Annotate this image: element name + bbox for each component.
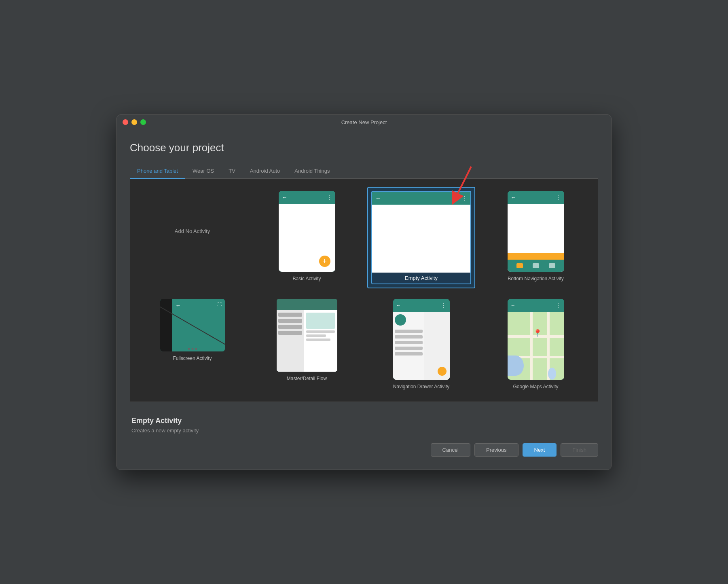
button-bar: Cancel Previous Next Finish <box>130 437 598 460</box>
tablet-content: ← ⛶ <box>172 299 225 351</box>
card-add-no-activity[interactable]: Add No Activity <box>138 187 246 276</box>
activity-grid: Add No Activity ← ⋮ + Basic Activity <box>130 179 598 402</box>
fs-expand-icon: ⛶ <box>218 302 222 307</box>
maps-dots-icon: ⋮ <box>556 303 561 308</box>
tab-bar: Phone and Tablet Wear OS TV Android Auto… <box>130 164 598 179</box>
md-item-1 <box>278 313 303 317</box>
nav-drawer-preview: ← ⋮ <box>393 299 450 380</box>
bottom-nav-header: ← ⋮ <box>508 191 564 204</box>
tab-phone-tablet[interactable]: Phone and Tablet <box>130 164 185 179</box>
nd-menu-1 <box>395 330 423 333</box>
basic-activity-preview: ← ⋮ + <box>279 191 335 272</box>
bn-dots-icon: ⋮ <box>556 195 561 200</box>
nd-main-area <box>424 312 450 380</box>
previous-button[interactable]: Previous <box>474 443 518 457</box>
md-header <box>277 299 337 310</box>
bn-back-icon: ← <box>511 194 516 201</box>
selected-activity-description: Creates a new empty activity <box>131 427 597 434</box>
bottom-nav-body <box>508 204 564 272</box>
next-button[interactable]: Next <box>523 443 557 457</box>
md-list <box>277 310 304 372</box>
tab-android-auto[interactable]: Android Auto <box>243 164 287 178</box>
selection-info: Empty Activity Creates a new empty activ… <box>130 410 598 437</box>
md-detail <box>304 310 337 372</box>
content-area: Choose your project Phone and Tablet Wea… <box>117 130 611 470</box>
nd-menu-4 <box>395 347 423 350</box>
map-water-1 <box>508 355 524 376</box>
back-icon: ← <box>282 194 288 201</box>
selected-activity-title: Empty Activity <box>131 417 597 425</box>
md-detail-line-3 <box>306 339 330 341</box>
menu-dots-icon: ⋮ <box>462 195 467 201</box>
nd-body <box>393 312 450 380</box>
empty-activity-wrapper: ← ⋮ Empty Activity <box>371 191 471 284</box>
card-master-detail[interactable]: Master/Detail Flow <box>253 295 361 394</box>
add-no-label: Add No Activity <box>175 228 210 234</box>
nav-item-3 <box>549 263 555 268</box>
nd-header: ← ⋮ <box>393 299 450 312</box>
basic-preview-body: + <box>279 204 335 272</box>
title-bar: Create New Project <box>117 115 611 130</box>
maps-body: 📍 <box>508 312 564 380</box>
empty-preview-header: ← ⋮ <box>372 192 470 205</box>
map-water-2 <box>548 368 556 380</box>
bottom-nav-bar <box>508 260 564 272</box>
tab-android-things[interactable]: Android Things <box>287 164 337 178</box>
empty-preview-body <box>372 205 470 273</box>
card-empty-activity[interactable]: ← ⋮ Empty Activity <box>367 187 475 288</box>
nd-dots-icon: ⋮ <box>441 303 447 308</box>
maps-preview: ← ⋮ 📍 <box>508 299 564 380</box>
maps-back-icon: ← <box>511 303 516 308</box>
basic-activity-label: Basic Activity <box>292 276 321 281</box>
back-arrow-icon: ← <box>375 195 381 201</box>
fs-back-icon: ← <box>176 302 181 309</box>
window-title: Create New Project <box>341 119 387 125</box>
md-item-2 <box>278 319 303 323</box>
nd-menu-2 <box>395 335 423 339</box>
nd-menu-5 <box>395 352 423 355</box>
bottom-nav-preview: ← ⋮ <box>508 191 564 272</box>
card-bottom-nav-activity[interactable]: ← ⋮ Bottom Navigation Activity <box>482 187 590 288</box>
nd-menu-3 <box>395 341 423 344</box>
cancel-button[interactable]: Cancel <box>431 443 470 457</box>
bottom-nav-label: Bottom Navigation Activity <box>508 276 564 281</box>
dots-icon: ⋮ <box>327 195 332 200</box>
md-detail-line-1 <box>306 330 335 333</box>
close-button[interactable] <box>123 119 128 125</box>
empty-preview-phone: ← ⋮ <box>372 192 470 273</box>
card-fullscreen-activity[interactable]: ← ⛶ Fullscreen Activity <box>138 295 246 394</box>
nd-fab-icon <box>438 367 447 376</box>
maps-header: ← ⋮ <box>508 299 564 312</box>
google-maps-label: Google Maps Activity <box>513 384 558 389</box>
tab-wear-os[interactable]: Wear OS <box>185 164 221 178</box>
map-road-v1 <box>530 312 533 380</box>
page-title: Choose your project <box>130 142 598 154</box>
card-nav-drawer[interactable]: ← ⋮ <box>367 295 475 394</box>
md-detail-line-2 <box>306 334 326 337</box>
empty-selected-bar: Empty Activity <box>372 273 470 284</box>
empty-activity-preview: ← ⋮ Empty Activity <box>371 191 471 284</box>
md-detail-block <box>306 313 335 329</box>
fullscreen-preview: ← ⛶ <box>160 299 225 351</box>
master-detail-preview <box>277 299 337 372</box>
main-window: Create New Project Choose your project P… <box>116 114 612 470</box>
basic-fab-icon: + <box>319 256 330 267</box>
map-pin-icon: 📍 <box>533 329 542 338</box>
traffic-lights <box>123 119 146 125</box>
finish-button[interactable]: Finish <box>561 443 598 457</box>
nd-back-icon: ← <box>396 303 401 308</box>
maximize-button[interactable] <box>140 119 146 125</box>
nd-drawer-panel <box>393 312 424 380</box>
tablet-screen: ← ⛶ <box>160 299 225 351</box>
minimize-button[interactable] <box>131 119 137 125</box>
basic-preview-header: ← ⋮ <box>279 191 335 204</box>
card-google-maps[interactable]: ← ⋮ 📍 Google Maps Activity <box>482 295 590 394</box>
fullscreen-label: Fullscreen Activity <box>173 355 212 361</box>
card-basic-activity[interactable]: ← ⋮ + Basic Activity <box>253 187 361 288</box>
master-detail-label: Master/Detail Flow <box>287 376 327 381</box>
md-item-3 <box>278 325 303 329</box>
md-item-4 <box>278 331 303 335</box>
nav-drawer-label: Navigation Drawer Activity <box>393 384 449 389</box>
nav-item-1 <box>516 263 523 268</box>
tab-tv[interactable]: TV <box>221 164 243 178</box>
